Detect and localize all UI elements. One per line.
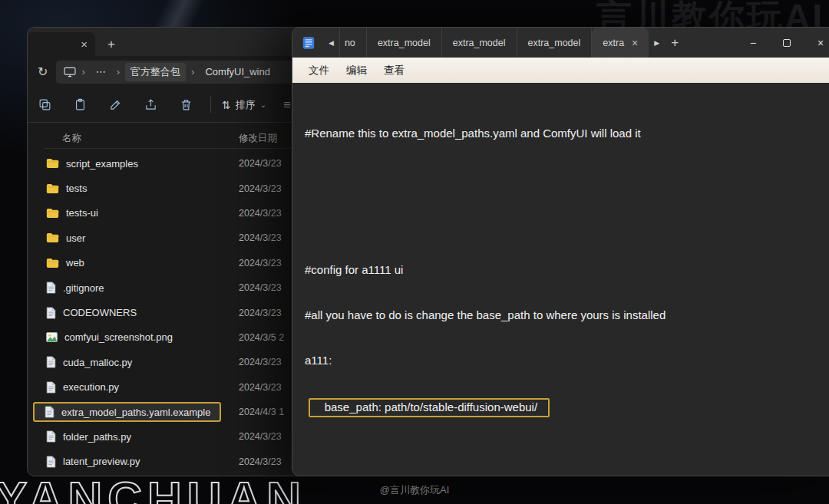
folder-icon	[46, 208, 59, 219]
notepad-tab-strip: ◀ no extra_model extra_model extra_model…	[292, 28, 829, 58]
folder-icon	[46, 183, 59, 194]
column-header-date[interactable]: 修改日期	[239, 132, 277, 145]
file-name: script_examples	[66, 158, 138, 170]
chevron-right-icon: ›	[191, 66, 194, 77]
close-button[interactable]: ×	[804, 28, 829, 58]
file-date: 2024/3/23	[239, 308, 282, 318]
highlight-box: base_path: path/to/stable-diffusion-webu…	[309, 398, 550, 417]
code-line: #Rename this to extra_model_paths.yaml a…	[305, 126, 829, 141]
file-date: 2024/3/23	[239, 382, 282, 393]
tab-label: no	[345, 38, 355, 48]
document-icon	[46, 356, 56, 368]
paste-button[interactable]	[74, 98, 87, 111]
file-name: latent_preview.py	[63, 456, 140, 467]
folder-icon	[46, 158, 59, 169]
rename-icon	[109, 98, 122, 111]
explorer-tab[interactable]: ×	[28, 32, 95, 56]
share-button[interactable]	[144, 98, 157, 111]
column-header-name[interactable]: 名称	[62, 132, 239, 145]
paste-icon	[74, 98, 87, 111]
breadcrumb-parent-folder[interactable]: 官方整合包	[125, 63, 186, 81]
file-date: 2024/3/23	[239, 431, 282, 442]
file-name: execution.py	[63, 381, 119, 393]
file-date: 2024/3/5 2	[239, 332, 284, 343]
tab-active[interactable]: extra ×	[592, 28, 649, 58]
chevron-right-icon: ›	[117, 66, 120, 77]
file-name: tests-ui	[66, 207, 98, 219]
file-name: extra_model_paths.yaml.example	[61, 407, 210, 418]
tab-extra-model-3[interactable]: extra_model	[517, 28, 593, 58]
document-icon	[46, 381, 56, 394]
code-line: #all you have to do is change the base_p…	[305, 308, 829, 323]
window-controls: − ×	[736, 28, 829, 58]
breadcrumb-ellipsis[interactable]: ⋯	[91, 64, 111, 80]
file-name: .gitignore	[63, 282, 104, 294]
sort-arrows-icon: ⇅	[222, 99, 231, 111]
menu-file[interactable]: 文件	[300, 60, 338, 81]
text-editor-area[interactable]: #Rename this to extra_model_paths.yaml a…	[292, 83, 829, 476]
tab-extra-model-2[interactable]: extra_model	[442, 28, 517, 58]
file-name: comfyui_screenshot.png	[64, 331, 173, 343]
code-line	[305, 172, 829, 187]
this-pc-icon	[64, 67, 76, 77]
tab-label: extra	[603, 38, 624, 48]
file-date: 2024/3/23	[239, 158, 282, 169]
file-date: 2024/3/23	[239, 357, 282, 367]
file-date: 2024/3/23	[239, 232, 282, 243]
tab-close-icon[interactable]: ×	[81, 38, 88, 50]
notepad-window: ◀ no extra_model extra_model extra_model…	[292, 27, 829, 476]
chevron-down-icon: ⌄	[260, 100, 266, 109]
refresh-icon[interactable]: ↻	[38, 64, 48, 79]
file-name: cuda_malloc.py	[63, 357, 132, 368]
trash-icon	[180, 98, 193, 111]
tabs-scroll-right-icon[interactable]: ▶	[649, 39, 665, 47]
minimize-button[interactable]: −	[736, 28, 770, 58]
menu-view[interactable]: 查看	[375, 60, 413, 81]
tab-label: extra_model	[453, 38, 506, 48]
document-icon	[46, 430, 56, 443]
maximize-button[interactable]	[770, 28, 804, 58]
breadcrumb-current-folder[interactable]: ComfyUI_wind	[200, 64, 276, 80]
tab-extra-model-1[interactable]: extra_model	[367, 28, 442, 58]
file-date: 2024/3/23	[239, 456, 282, 467]
copy-button[interactable]	[38, 98, 51, 111]
file-name: tests	[66, 183, 87, 194]
desktop-background: 言川教你玩AI YANCHUAN @言川教你玩AI × + ↻ › ⋯ › 官方…	[0, 0, 829, 504]
new-tab-button[interactable]: +	[671, 35, 679, 51]
file-name: web	[66, 257, 84, 268]
chevron-right-icon: ›	[81, 66, 84, 77]
copy-icon	[38, 98, 51, 111]
code-line	[305, 217, 829, 232]
code-line: #config for a1111 ui	[305, 262, 829, 278]
new-tab-button[interactable]: +	[107, 38, 115, 51]
view-icon: ≡	[283, 98, 290, 111]
file-date: 2024/3/23	[239, 208, 282, 219]
delete-button[interactable]	[180, 98, 193, 111]
view-button[interactable]: ≡	[283, 98, 290, 112]
file-date: 2024/3/23	[239, 282, 282, 293]
file-name: folder_paths.py	[63, 431, 131, 443]
folder-icon	[46, 232, 59, 243]
document-icon	[45, 406, 54, 418]
code-line: a111:	[305, 353, 829, 368]
code-line-highlighted: base_path: path/to/stable-diffusion-webu…	[305, 398, 829, 417]
share-icon	[144, 98, 157, 111]
file-name: user	[66, 232, 85, 244]
rename-button[interactable]	[109, 98, 122, 111]
document-icon	[46, 307, 56, 319]
maximize-icon	[783, 39, 791, 47]
document-icon	[46, 282, 56, 294]
sort-button[interactable]: ⇅ 排序 ⌄	[222, 98, 266, 112]
tab-close-icon[interactable]: ×	[632, 38, 638, 48]
menu-edit[interactable]: 编辑	[338, 60, 375, 81]
image-file-icon	[46, 332, 58, 342]
file-name: CODEOWNERS	[63, 307, 137, 318]
file-date: 2024/4/3 1	[239, 407, 284, 417]
file-date: 2024/3/23	[239, 258, 282, 268]
tab-overflow[interactable]: no	[339, 28, 367, 58]
notepad-app-icon	[302, 36, 315, 50]
notepad-menu-bar: 文件 编辑 查看	[292, 58, 829, 83]
watermark-bottom-center: @言川教你玩AI	[380, 483, 449, 497]
tabs-scroll-left-icon[interactable]: ◀	[323, 39, 339, 47]
tab-label: extra_model	[528, 38, 581, 48]
